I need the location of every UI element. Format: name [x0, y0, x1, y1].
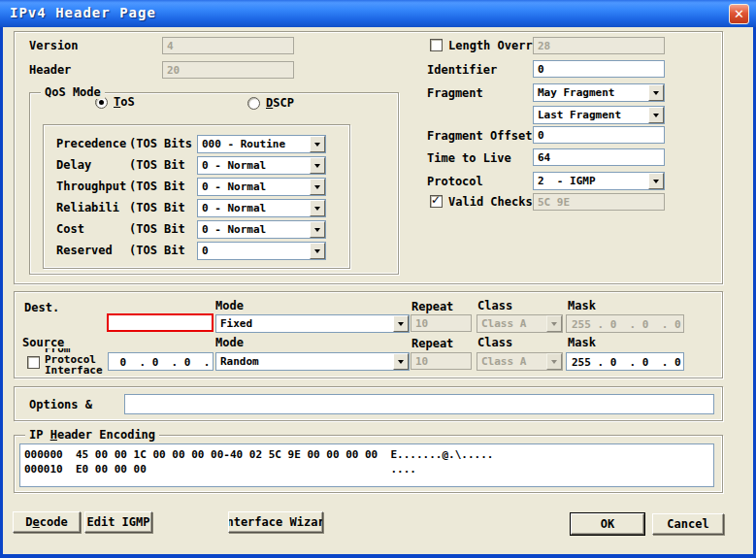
dialog-body: Version 4 Header 20 QoS Mode ToS DSCP Pr…	[3, 27, 753, 554]
chevron-down-icon	[546, 315, 562, 332]
time-to-live-label: Time to Live	[427, 151, 511, 165]
chevron-down-icon	[310, 243, 325, 259]
fragment-offset-label: Fragment Offset	[427, 129, 532, 143]
window-title: IPv4 Header Page	[10, 5, 156, 20]
source-repeat-label: Repeat	[411, 337, 453, 350]
chevron-down-icon	[393, 353, 409, 370]
edit-igmp-button[interactable]: Edit IGMP	[84, 511, 152, 533]
dest-label: Dest.	[24, 301, 59, 314]
length-override-checkbox[interactable]	[430, 39, 443, 51]
dscp-radio[interactable]	[247, 97, 260, 110]
close-button[interactable]: ✕	[729, 4, 749, 24]
close-icon: ✕	[734, 7, 744, 21]
chevron-down-icon	[648, 107, 664, 123]
time-to-live-field[interactable]: 64	[533, 148, 665, 166]
check-icon: ✓	[431, 193, 441, 207]
cost-label: Cost	[56, 222, 84, 236]
chevron-down-icon	[648, 173, 664, 189]
dest-class-label: Class	[477, 299, 512, 312]
dest-repeat-field: 10	[411, 314, 472, 332]
length-override-label: Length Overrid	[448, 39, 546, 52]
dscp-radio-label: DSCP	[266, 96, 294, 110]
ipv4-header-dialog: IPv4 Header Page ✕ Version 4 Header 20 Q…	[0, 0, 756, 558]
header-length-label: Header	[29, 63, 71, 77]
version-field: 4	[162, 37, 294, 54]
options-field[interactable]	[124, 394, 714, 414]
reserved-paren-label: (TOS Bit	[129, 244, 185, 257]
dest-class-select: Class A	[477, 314, 563, 333]
precedence-select[interactable]: 000 - Routine	[197, 135, 326, 153]
source-label: Source	[22, 336, 64, 349]
source-mask-field[interactable]: 255 . 0 . 0 . 0	[566, 352, 684, 371]
fragment-select[interactable]: May Fragment	[533, 83, 665, 102]
identifier-field[interactable]: 0	[533, 60, 665, 78]
header-length-field: 20	[162, 61, 294, 79]
protocol-label: Protocol	[427, 175, 483, 188]
version-label: Version	[29, 39, 79, 52]
valid-checksum-label: Valid Checksu	[448, 195, 540, 209]
valid-checksum-checkbox[interactable]: ✓	[430, 195, 443, 208]
identifier-label: Identifier	[427, 63, 497, 77]
titlebar[interactable]: IPv4 Header Page ✕	[0, 0, 756, 27]
fragment-offset-field[interactable]: 0	[533, 126, 665, 144]
cost-select[interactable]: 0 - Normal	[197, 220, 326, 239]
source-mode-label: Mode	[215, 336, 244, 349]
encoding-title: IP Header Encoding	[25, 428, 159, 442]
dest-ip-field[interactable]: 224 . 0 . 0 . 1	[107, 313, 214, 332]
dest-mask-field: 255 . 0 . 0 . 0	[566, 314, 684, 333]
delay-label: Delay	[56, 158, 91, 172]
precedence-paren-label: (TOS Bits	[129, 137, 192, 150]
precedence-label: Precedence	[56, 137, 126, 150]
source-from-protocol-label: From Protocol Interface	[45, 348, 115, 374]
source-ip-field[interactable]: 0 . 0 . 0 . 0	[108, 352, 214, 371]
chevron-down-icon	[310, 179, 325, 195]
source-class-label: Class	[477, 336, 512, 349]
hex-dump-box[interactable]: 000000 45 00 00 1C 00 00 00 00-40 02 5C …	[19, 443, 714, 487]
dest-mode-label: Mode	[215, 299, 244, 312]
delay-select[interactable]: 0 - Normal	[197, 156, 326, 175]
cancel-button[interactable]: Cancel	[652, 513, 724, 535]
source-from-protocol-checkbox[interactable]	[27, 356, 40, 369]
last-fragment-select[interactable]: Last Fragment	[533, 106, 665, 124]
decode-button[interactable]: Decode	[13, 511, 81, 533]
fragment-label: Fragment	[427, 86, 483, 100]
qos-mode-title: QoS Mode	[41, 85, 105, 99]
reliability-select[interactable]: 0 - Normal	[197, 199, 326, 217]
reserved-label: Reserved	[56, 244, 113, 257]
dest-mask-label: Mask	[568, 299, 596, 312]
hex-dump-text: 000000 45 00 00 1C 00 00 00 00-40 02 5C …	[24, 447, 713, 476]
chevron-down-icon	[310, 136, 325, 152]
chevron-down-icon	[310, 157, 325, 174]
tos-radio-label: ToS	[114, 95, 135, 109]
source-class-select: Class A	[477, 352, 563, 371]
throughput-paren-label: (TOS Bit	[129, 180, 185, 193]
interface-wizard-button[interactable]: Interface Wizard	[228, 511, 323, 533]
reliability-paren-label: (TOS Bit	[129, 201, 185, 214]
source-mode-select[interactable]: Random	[215, 352, 410, 371]
protocol-select[interactable]: 2 - IGMP	[533, 172, 665, 190]
chevron-down-icon	[393, 315, 409, 332]
dest-mode-select[interactable]: Fixed	[215, 314, 410, 333]
dest-repeat-label: Repeat	[411, 300, 453, 313]
source-repeat-field: 10	[411, 352, 472, 370]
reliability-label: Reliabili	[56, 201, 119, 214]
options-label: Options &	[29, 398, 92, 411]
ok-button[interactable]: OK	[571, 513, 644, 535]
source-mask-label: Mask	[568, 336, 596, 349]
length-override-field: 28	[533, 37, 665, 54]
chevron-down-icon	[648, 84, 664, 101]
delay-paren-label: (TOS Bit	[129, 158, 185, 172]
checksum-field: 5C 9E	[533, 193, 665, 211]
throughput-select[interactable]: 0 - Normal	[197, 178, 326, 196]
chevron-down-icon	[310, 221, 325, 238]
cost-paren-label: (TOS Bit	[129, 222, 185, 236]
chevron-down-icon	[310, 200, 325, 216]
chevron-down-icon	[546, 353, 562, 370]
reserved-select[interactable]: 0	[197, 242, 326, 260]
radio-dot	[99, 100, 104, 105]
throughput-label: Throughput	[56, 180, 126, 193]
